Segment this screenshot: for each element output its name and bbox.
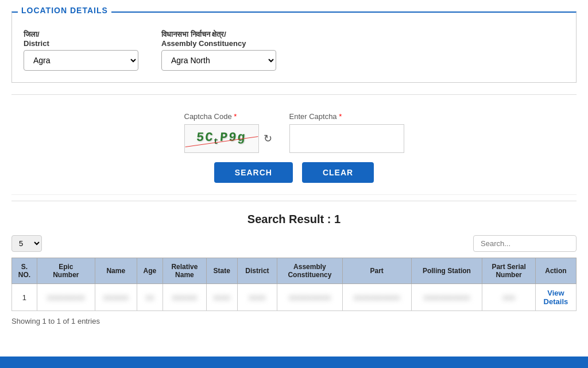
col-part-serial: Part SerialNumber	[482, 258, 535, 284]
captcha-section: Captcha Code * 5CtP9g ↻ Enter Captcha *	[11, 101, 577, 195]
col-sno: S.NO.	[12, 258, 37, 284]
captcha-code-group: Captcha Code * 5CtP9g ↻	[184, 112, 272, 153]
col-relative: RelativeName	[163, 258, 206, 284]
cell-part: XXXXXXXXXXX	[342, 284, 411, 311]
col-name: Name	[95, 258, 137, 284]
cell-state: XXXX	[206, 284, 237, 311]
section-title: LOCATION DETAILS	[18, 6, 111, 15]
enter-captcha-group: Enter Captcha *	[289, 112, 404, 153]
cell-part-serial: XXX	[482, 284, 535, 311]
button-row: SEARCH CLEAR	[214, 162, 374, 183]
district-select[interactable]: Agra Mathura Firozabad	[24, 50, 138, 71]
divider-2	[11, 201, 577, 201]
captcha-row: Captcha Code * 5CtP9g ↻ Enter Captcha *	[184, 112, 404, 153]
col-age: Age	[137, 258, 163, 284]
results-section: Search Result : 1 5 10 25 50 S.NO. EpicN…	[11, 207, 577, 331]
col-state: State	[206, 258, 237, 284]
col-district: District	[237, 258, 277, 284]
col-action: Action	[535, 258, 576, 284]
cell-age: XX	[137, 284, 163, 311]
location-section: LOCATION DETAILS जिला/ District Agra Mat…	[11, 12, 577, 83]
view-details-link[interactable]: ViewDetails	[544, 289, 568, 306]
col-epic: EpicNumber	[37, 258, 95, 284]
district-field-group: जिला/ District Agra Mathura Firozabad	[24, 30, 138, 71]
table-search-input[interactable]	[473, 235, 577, 252]
table-controls: 5 10 25 50	[11, 235, 577, 252]
table-header-row: S.NO. EpicNumber Name Age RelativeName S…	[12, 258, 577, 284]
results-title: Search Result : 1	[11, 213, 577, 226]
table-header: S.NO. EpicNumber Name Age RelativeName S…	[12, 258, 577, 284]
captcha-input[interactable]	[289, 124, 404, 153]
cell-sno: 1	[12, 284, 37, 311]
cell-name: XXXXXX	[95, 284, 137, 311]
constituency-select[interactable]: Agra North Agra South Agra East	[161, 50, 276, 71]
district-label: जिला/ District	[24, 30, 138, 48]
divider-1	[11, 94, 577, 95]
table-row: 1 XXXXXXXXX XXXXXX XX XXXXXX XXXX XXXX X…	[12, 284, 577, 311]
cell-action: ViewDetails	[535, 284, 576, 311]
cell-relative: XXXXXX	[163, 284, 206, 311]
col-part: Part	[342, 258, 411, 284]
results-table: S.NO. EpicNumber Name Age RelativeName S…	[11, 258, 577, 311]
captcha-image: 5CtP9g	[184, 124, 259, 153]
constituency-field-group: विधानसभा निर्वाचन क्षेत्र/ Assembly Cons…	[161, 30, 276, 71]
cell-polling: XXXXXXXXXXX	[411, 284, 482, 311]
cell-epic: XXXXXXXXX	[37, 284, 95, 311]
showing-text: Showing 1 to 1 of 1 entries	[11, 317, 577, 325]
location-fields: जिला/ District Agra Mathura Firozabad वि…	[24, 30, 564, 71]
col-polling: Polling Station	[411, 258, 482, 284]
cell-assembly: XXXXXXXXXX	[277, 284, 343, 311]
clear-button[interactable]: CLEAR	[302, 162, 374, 183]
captcha-refresh-button[interactable]: ↻	[264, 132, 272, 145]
cell-district: XXXX	[237, 284, 277, 311]
enter-captcha-label: Enter Captcha *	[289, 112, 404, 121]
captcha-code-label: Captcha Code *	[184, 112, 272, 121]
search-button[interactable]: SEARCH	[214, 162, 293, 183]
constituency-label: विधानसभा निर्वाचन क्षेत्र/ Assembly Cons…	[161, 30, 276, 48]
table-body: 1 XXXXXXXXX XXXXXX XX XXXXXX XXXX XXXX X…	[12, 284, 577, 311]
captcha-image-wrapper: 5CtP9g ↻	[184, 124, 272, 153]
page-size-select[interactable]: 5 10 25 50	[11, 235, 42, 252]
col-assembly: AssemblyConstituency	[277, 258, 343, 284]
